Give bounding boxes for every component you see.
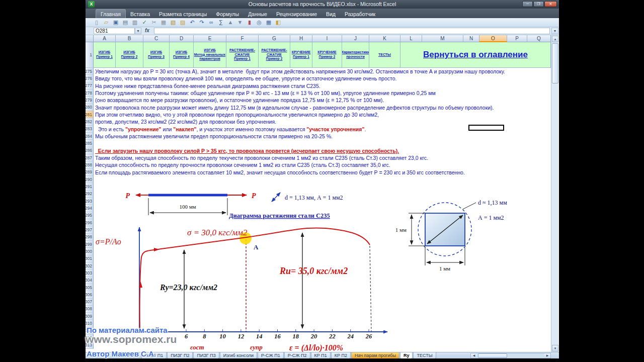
sheet-tab-Изгиб-консоли[interactable]: Изгиб консоли [220, 352, 257, 358]
row-header-294[interactable]: 294 [86, 205, 94, 212]
name-box[interactable]: O281 [94, 28, 135, 34]
nav-link-6[interactable]: РАСТЯЖЕНИЕ-СЖАТИЕПример 1 [226, 42, 259, 68]
new-document-icon[interactable]: ▯ [93, 19, 101, 26]
row-header-304[interactable]: 304 [86, 277, 94, 284]
row-header-308[interactable]: 308 [86, 306, 94, 313]
format-painter-icon[interactable]: ▨ [179, 19, 187, 26]
scroll-down-icon[interactable]: ▼ [552, 345, 558, 351]
row-header-298[interactable]: 298 [86, 234, 94, 241]
back-to-contents-link[interactable]: Вернуться в оглавление [400, 42, 551, 68]
scroll-right-icon[interactable]: ▶ [544, 353, 550, 358]
cut-icon[interactable]: ✂ [150, 19, 158, 26]
sheet-tab-КР-П2[interactable]: КР П2 [331, 352, 351, 358]
nav-link-1[interactable]: ИЗГИБПример 1 [94, 42, 116, 68]
ribbon-tab-Формулы[interactable]: Формулы [211, 10, 244, 18]
column-header-C[interactable]: C [143, 35, 170, 42]
insert-hyperlink-icon[interactable]: ∞ [207, 19, 215, 26]
column-header-O[interactable]: O [479, 35, 507, 42]
horizontal-scrollbar[interactable]: ◀ ▶ [470, 353, 551, 358]
ribbon-tab-Главная[interactable]: Главная [96, 9, 126, 18]
chart-wizard-icon[interactable]: ▮ [246, 19, 254, 26]
redo-icon[interactable]: ↷ [198, 19, 206, 26]
formula-input[interactable] [154, 28, 550, 34]
column-header-G[interactable]: G [259, 35, 290, 42]
restore-button[interactable]: ❐ [533, 1, 544, 7]
nav-link-5[interactable]: ИЗГИБМетод начальныхпараметров [194, 42, 226, 68]
nav-link-7[interactable]: РАСТЯЖЕНИЕ-СЖАТИЕПример 2 [259, 42, 290, 68]
autosum-icon[interactable]: ∑ [217, 19, 225, 26]
print-preview-icon[interactable]: ▥ [131, 19, 139, 26]
select-all-corner[interactable] [86, 35, 94, 42]
sheet-tab-Ry[interactable]: Ry [400, 352, 413, 358]
row-header-306[interactable]: 306 [86, 291, 94, 298]
row-header-292[interactable]: 292 [86, 191, 94, 198]
save-icon[interactable]: ▣ [112, 19, 120, 26]
nav-link-10[interactable]: Характеристикипрочности [342, 42, 369, 68]
ribbon-tab-Данные[interactable]: Данные [244, 10, 272, 18]
open-icon[interactable]: ▱ [102, 19, 110, 26]
row-header-287[interactable]: 287 [86, 154, 94, 161]
row-header-1[interactable]: 1 [86, 42, 94, 68]
sheet-tab-ТЕСТЫ[interactable]: ТЕСТЫ [413, 352, 436, 358]
row-header-283[interactable]: 283 [86, 126, 94, 133]
nav-link-3[interactable]: ИЗГИБПример 3 [143, 42, 170, 68]
row-header-284[interactable]: 284 [86, 133, 94, 140]
ribbon-tab-Разметка-страницы[interactable]: Разметка страницы [154, 10, 211, 18]
column-header-J[interactable]: J [342, 35, 369, 42]
ribbon-tab-Вид[interactable]: Вид [321, 10, 340, 18]
row-header-285[interactable]: 285 [86, 140, 94, 147]
formula-bar-expand-icon[interactable]: ▼ [551, 28, 558, 34]
nav-link-9[interactable]: КРУЧЕНИЕПример 2 [312, 42, 342, 68]
vertical-scrollbar[interactable]: ▲ ▼ [551, 35, 558, 352]
row-header-293[interactable]: 293 [86, 198, 94, 205]
row-header-309[interactable]: 309 [86, 313, 94, 320]
undo-icon[interactable]: ↶ [188, 19, 196, 26]
row-header-279[interactable]: 279 [86, 97, 94, 104]
row-header-290[interactable]: 290 [86, 176, 94, 183]
row-header-301[interactable]: 301 [86, 255, 94, 262]
minimize-button[interactable]: ─ [522, 1, 533, 7]
spell-check-icon[interactable]: ✓ [140, 19, 148, 26]
sheet-tab-Р-СЖ-П2[interactable]: Р-СЖ П2 [284, 352, 310, 358]
row-header-278[interactable]: 278 [86, 89, 94, 97]
row-header-280[interactable]: 280 [86, 104, 94, 111]
column-header-H[interactable]: H [290, 35, 312, 42]
row-header-299[interactable]: 299 [86, 241, 94, 248]
column-header-M[interactable]: M [422, 35, 463, 42]
column-header-E[interactable]: E [194, 35, 226, 42]
horizontal-scroll-thumb[interactable] [478, 353, 507, 358]
row-header-302[interactable]: 302 [86, 262, 94, 269]
row-header-281[interactable]: 281 [86, 111, 94, 118]
column-header-A[interactable]: A [94, 35, 116, 42]
column-header-K[interactable]: K [369, 35, 400, 42]
close-button[interactable]: ✕ [544, 1, 557, 7]
sheet-tab-КР-П1[interactable]: КР П1 [311, 352, 331, 358]
copy-icon[interactable]: ▦ [159, 19, 168, 26]
row-header-289[interactable]: 289 [86, 169, 94, 176]
row-header-276[interactable]: 276 [86, 75, 94, 82]
row-header-288[interactable]: 288 [86, 161, 94, 168]
row-header-295[interactable]: 295 [86, 212, 94, 219]
column-header-N[interactable]: N [463, 35, 479, 42]
sheet-tab-ПИЗГ-П3[interactable]: ПИЗГ П3 [193, 352, 219, 358]
vertical-scroll-thumb[interactable] [552, 43, 558, 83]
ribbon-tab-Вставка[interactable]: Вставка [126, 10, 154, 18]
sort-desc-icon[interactable]: ▼ [236, 19, 244, 26]
sort-asc-icon[interactable]: ▲ [226, 19, 234, 26]
row-header-303[interactable]: 303 [86, 269, 94, 277]
row-header-307[interactable]: 307 [86, 299, 94, 306]
column-header-L[interactable]: L [400, 35, 422, 42]
column-header-P[interactable]: P [507, 35, 527, 42]
row-header-297[interactable]: 297 [86, 226, 94, 233]
insert-function-icon[interactable]: fx [145, 28, 149, 33]
column-header-B[interactable]: B [116, 35, 143, 42]
column-header-Q[interactable]: Q [527, 35, 551, 42]
selected-cell-O281[interactable] [468, 125, 504, 131]
fill-color-icon[interactable]: ◧ [274, 19, 282, 26]
scroll-up-icon[interactable]: ▲ [552, 36, 558, 42]
column-header-I[interactable]: I [312, 35, 342, 42]
nav-link-2[interactable]: ИЗГИБПример 2 [116, 42, 143, 68]
sheet-tab-ПИЗГ-П2[interactable]: ПИЗГ П2 [167, 352, 193, 358]
name-box-dropdown-icon[interactable]: ▼ [135, 28, 141, 34]
scroll-left-icon[interactable]: ◀ [471, 353, 477, 358]
